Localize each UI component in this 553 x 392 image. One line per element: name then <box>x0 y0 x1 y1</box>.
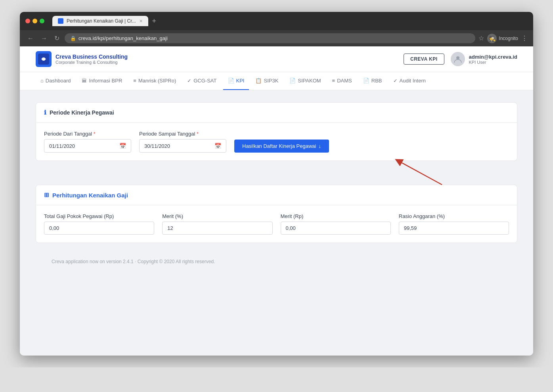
logo-area: Creva Business Consulting Corporate Trai… <box>36 51 128 67</box>
arrow-area <box>36 169 517 189</box>
perhitungan-card: ⊞ Perhitungan Kenaikan Gaji Total Gaji P… <box>36 185 517 243</box>
browser-window: Perhitungan Kenaikan Gaji | Cr... ✕ + ← … <box>20 12 533 356</box>
calc-merit-rp-input[interactable] <box>281 222 391 235</box>
svg-point-2 <box>456 56 459 59</box>
nav-item-sipakom[interactable]: 📄 SIPAKOM <box>285 72 325 90</box>
hasilkan-button[interactable]: Hasilkan Daftar Kinerja Pegawai ↓ <box>234 140 329 153</box>
user-details: admin@kpi.creva.id KPI User <box>469 54 518 65</box>
refresh-button[interactable]: ↻ <box>52 34 61 43</box>
main-content: ℹ Periode Kinerja Pegawai Periode Dari T… <box>20 90 533 284</box>
perhitungan-icon: ⊞ <box>44 191 49 199</box>
calc-total-gaji-input[interactable] <box>44 222 154 235</box>
main-nav: ⌂ Dashboard 🏛 Informasi BPR ≡ Manrisk (S… <box>20 72 533 90</box>
maximize-button[interactable] <box>40 19 44 23</box>
address-bar[interactable]: 🔒 creva.id/kpi/perhitungan_kenaikan_gaji <box>65 33 475 43</box>
sampai-tanggal-input[interactable]: 30/11/2020 📅 <box>139 139 226 153</box>
perhitungan-label: Perhitungan Kenaikan Gaji <box>52 192 128 199</box>
nav-label-sip3k: SIP3K <box>264 78 278 84</box>
browser-titlebar: Perhitungan Kenaikan Gaji | Cr... ✕ + <box>20 12 533 30</box>
tab-favicon <box>58 18 63 24</box>
close-button[interactable] <box>25 19 30 23</box>
minimize-button[interactable] <box>33 19 37 23</box>
nav-item-informasi-bpr[interactable]: 🏛 Informasi BPR <box>77 72 127 90</box>
new-tab-button[interactable]: + <box>150 16 159 26</box>
nav-label-sipakom: SIPAKOM <box>298 78 321 84</box>
sampai-tanggal-label: Periode Sampai Tanggal * <box>139 131 226 137</box>
page-content: Creva Business Consulting Corporate Trai… <box>20 46 533 356</box>
logo-icon <box>36 51 52 67</box>
arrow-annotation <box>375 157 454 189</box>
traffic-lights <box>25 19 44 23</box>
rbb-icon: 📄 <box>363 78 369 84</box>
active-tab[interactable]: Perhitungan Kenaikan Gaji | Cr... ✕ <box>52 16 148 26</box>
dashboard-icon: ⌂ <box>40 78 44 84</box>
user-email: admin@kpi.creva.id <box>469 54 518 60</box>
nav-label-dashboard: Dashboard <box>46 78 71 84</box>
nav-label-manrisk: Manrisk (SIPRo) <box>138 78 176 84</box>
dari-tanggal-input[interactable]: 01/11/2020 📅 <box>44 139 131 153</box>
nav-label-informasi-bpr: Informasi BPR <box>89 78 122 84</box>
info-icon: ℹ <box>44 109 46 116</box>
incognito-badge: 🕵 Incognito <box>487 34 518 43</box>
nav-label-dams: DAMS <box>337 78 352 84</box>
calc-total-gaji-label: Total Gaji Pokok Pegawai (Rp) <box>44 213 154 219</box>
browser-toolbar: ← → ↻ 🔒 creva.id/kpi/perhitungan_kenaika… <box>20 30 533 46</box>
nav-label-audit-intern: Audit Intern <box>400 78 426 84</box>
dari-tanggal-label: Periode Dari Tanggal * <box>44 131 131 137</box>
toolbar-right: ☆ 🕵 Incognito ⋮ <box>478 34 528 43</box>
nav-item-sip3k[interactable]: 📋 SIP3K <box>251 72 283 90</box>
sampai-tanggal-value: 30/11/2020 <box>144 143 170 149</box>
dari-tanggal-value: 01/11/2020 <box>49 143 75 149</box>
calc-merit-pct-label: Merit (%) <box>162 213 272 219</box>
calc-grid: Total Gaji Pokok Pegawai (Rp) Merit (%) … <box>36 205 517 243</box>
logo-text: Creva Business Consulting Corporate Trai… <box>55 54 128 65</box>
user-info: admin@kpi.creva.id KPI User <box>451 52 518 66</box>
sip3k-icon: 📋 <box>255 78 262 84</box>
menu-icon[interactable]: ⋮ <box>521 34 528 42</box>
calc-merit-pct: Merit (%) <box>162 213 272 235</box>
tab-bar: Perhitungan Kenaikan Gaji | Cr... ✕ + <box>52 16 159 26</box>
dari-calendar-icon: 📅 <box>119 143 126 149</box>
nav-item-dashboard[interactable]: ⌂ Dashboard <box>36 72 75 90</box>
hasilkan-icon: ↓ <box>318 143 321 149</box>
tab-close-icon[interactable]: ✕ <box>139 19 143 24</box>
sampai-calendar-icon: 📅 <box>214 143 221 149</box>
periode-card-body: Periode Dari Tanggal * 01/11/2020 📅 Peri… <box>36 123 517 161</box>
page-footer: Creva application now on version 2.4.1 ·… <box>36 251 517 272</box>
hasilkan-label: Hasilkan Daftar Kinerja Pegawai <box>242 143 316 149</box>
svg-line-3 <box>398 161 442 185</box>
nav-label-gcg-sat: GCG-SAT <box>193 78 216 84</box>
dams-icon: ≡ <box>332 78 335 84</box>
svg-point-1 <box>42 57 45 61</box>
calc-merit-pct-input[interactable] <box>162 222 272 235</box>
nav-item-kpi[interactable]: 📄 KPI <box>223 72 249 90</box>
app-header: Creva Business Consulting Corporate Trai… <box>20 46 533 72</box>
forward-button[interactable]: → <box>39 34 49 43</box>
back-button[interactable]: ← <box>25 34 36 43</box>
calc-rasio-anggaran-label: Rasio Anggaran (%) <box>399 213 509 219</box>
informasi-bpr-icon: 🏛 <box>82 78 87 84</box>
creva-kpi-button[interactable]: CREVA KPI <box>404 54 444 65</box>
url-text: creva.id/kpi/perhitungan_kenaikan_gaji <box>78 35 168 41</box>
form-row: Periode Dari Tanggal * 01/11/2020 📅 Peri… <box>44 131 509 153</box>
calc-rasio-anggaran-input[interactable] <box>399 222 509 235</box>
nav-item-gcg-sat[interactable]: ✓ GCG-SAT <box>182 72 221 90</box>
nav-label-rbb: RBB <box>371 78 382 84</box>
incognito-label: Incognito <box>499 36 518 41</box>
nav-item-rbb[interactable]: 📄 RBB <box>358 72 387 90</box>
calc-merit-rp-label: Merit (Rp) <box>281 213 391 219</box>
audit-intern-icon: ✓ <box>393 78 398 84</box>
calc-merit-rp: Merit (Rp) <box>281 213 391 235</box>
nav-item-audit-intern[interactable]: ✓ Audit Intern <box>388 72 431 90</box>
company-name: Creva Business Consulting <box>55 54 128 60</box>
incognito-icon: 🕵 <box>487 34 497 43</box>
nav-item-manrisk[interactable]: ≡ Manrisk (SIPRo) <box>128 72 181 90</box>
calc-rasio-anggaran: Rasio Anggaran (%) <box>399 213 509 235</box>
dari-tanggal-group: Periode Dari Tanggal * 01/11/2020 📅 <box>44 131 131 153</box>
sampai-tanggal-group: Periode Sampai Tanggal * 30/11/2020 📅 <box>139 131 226 153</box>
header-right: CREVA KPI admin@kpi.creva.id KPI User <box>404 52 517 66</box>
periode-card: ℹ Periode Kinerja Pegawai Periode Dari T… <box>36 102 517 161</box>
kpi-icon: 📄 <box>228 78 234 84</box>
bookmark-icon[interactable]: ☆ <box>478 34 484 42</box>
nav-item-dams[interactable]: ≡ DAMS <box>327 72 357 90</box>
